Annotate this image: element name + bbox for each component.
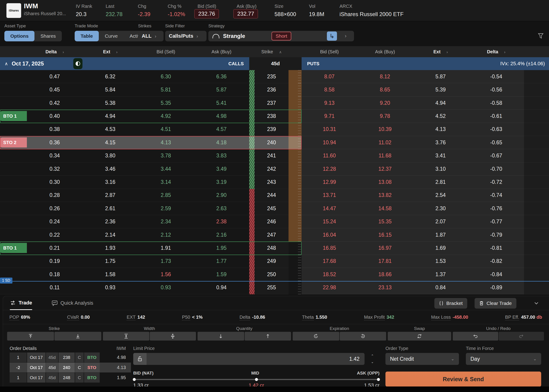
put-ext-cell[interactable]: 0.84 <box>413 281 468 294</box>
strike-cell[interactable]: 236 <box>255 83 289 96</box>
put-bid-cell[interactable]: 16.85 <box>302 241 357 255</box>
put-delta-cell[interactable]: -0.67 <box>468 149 524 162</box>
call-bid-cell[interactable]: 3.14 <box>138 175 194 189</box>
strike-cell[interactable]: 248 <box>255 241 289 255</box>
table-tab[interactable]: Table <box>75 31 99 41</box>
put-bid-cell[interactable]: 12.28 <box>302 162 357 175</box>
short-badge[interactable]: Short <box>271 32 291 41</box>
time-in-force-dropdown[interactable]: Day ⌄ <box>466 353 541 365</box>
call-ext-cell[interactable]: 4.15 <box>83 136 138 149</box>
call-ask-cell[interactable]: 2.90 <box>194 189 249 202</box>
put-delta-cell[interactable]: -0.89 <box>468 281 524 294</box>
call-delta-cell[interactable]: 0.47 <box>27 70 83 83</box>
tab-quick-analysis[interactable]: Quick Analysis <box>52 296 93 310</box>
call-ask-cell[interactable]: 2.63 <box>194 202 249 215</box>
width-narrow-button[interactable] <box>103 332 149 341</box>
width-widen-button[interactable] <box>150 332 196 341</box>
strike-cell[interactable]: 255 <box>255 281 289 294</box>
put-bid-cell[interactable]: 22.98 <box>302 281 357 294</box>
leg-expiration[interactable]: Oct 17 <box>27 373 45 383</box>
position-tag[interactable]: BTO 1 <box>0 243 27 253</box>
put-delta-cell[interactable]: -0.77 <box>468 215 524 228</box>
strike-cell[interactable]: 237 <box>255 97 289 110</box>
put-ext-cell[interactable]: 4.52 <box>413 110 468 123</box>
call-ext-cell[interactable]: 4.94 <box>83 110 138 123</box>
expiration-puts-bar[interactable]: PUTS IVx: 25.4% (±14.06) <box>302 57 549 70</box>
put-ask-cell[interactable]: 16.97 <box>357 241 413 255</box>
position-tag[interactable]: STO 2 <box>0 137 27 147</box>
call-delta-header[interactable]: Delta› <box>27 49 83 55</box>
put-ask-header[interactable]: Ask (Buy) <box>357 49 413 55</box>
strike-header[interactable]: Strike∧ <box>255 49 289 55</box>
put-bid-cell[interactable]: 8.58 <box>302 83 357 96</box>
call-ask-cell[interactable]: 0.94 <box>194 281 249 294</box>
symbol-title[interactable]: IWM <box>24 2 66 10</box>
put-bid-cell[interactable]: 11.60 <box>302 149 357 162</box>
call-ask-header[interactable]: Ask (Buy) <box>194 49 249 55</box>
call-ask-cell[interactable]: 6.36 <box>194 70 249 83</box>
leg-side[interactable]: STO <box>84 363 100 372</box>
leg-strike[interactable]: 240 <box>59 363 75 372</box>
review-send-button[interactable]: Review & Send <box>385 371 541 387</box>
put-ask-cell[interactable]: 18.66 <box>357 268 413 281</box>
half-circle-toggle-icon[interactable] <box>73 58 83 69</box>
call-bid-cell[interactable]: 3.44 <box>138 162 194 175</box>
go-to-strategy-button[interactable]: ↳ <box>327 31 337 41</box>
call-ask-cell[interactable]: 5.87 <box>194 83 249 96</box>
call-bid-cell[interactable]: 3.78 <box>138 149 194 162</box>
put-delta-cell[interactable]: -0.82 <box>468 255 524 268</box>
put-bid-cell[interactable]: 10.31 <box>302 123 357 136</box>
shares-tab[interactable]: Shares <box>35 31 62 41</box>
call-delta-cell[interactable]: 0.32 <box>27 162 83 175</box>
strike-cell[interactable]: 239 <box>255 123 289 136</box>
ask-price-button[interactable]: 232.77 <box>233 9 258 18</box>
put-delta-cell[interactable]: -0.76 <box>468 202 524 215</box>
put-ext-cell[interactable]: 2.07 <box>413 215 468 228</box>
call-delta-cell[interactable]: 0.36 <box>27 136 83 149</box>
swap-button[interactable] <box>388 332 451 341</box>
bid-slider-dot[interactable] <box>133 378 136 381</box>
put-delta-cell[interactable]: -0.61 <box>468 110 524 123</box>
strike-cell[interactable]: 246 <box>255 215 289 228</box>
put-bid-cell[interactable]: 14.47 <box>302 202 357 215</box>
put-delta-cell[interactable]: -0.63 <box>468 123 524 136</box>
strike-down-button[interactable] <box>55 332 101 341</box>
leg-side[interactable]: BTO <box>84 352 100 362</box>
leg-quantity[interactable]: -2 <box>10 363 27 372</box>
put-ext-cell[interactable]: 3.10 <box>413 162 468 175</box>
call-ask-cell[interactable]: 4.18 <box>194 136 249 149</box>
call-delta-cell[interactable]: 0.38 <box>27 123 83 136</box>
call-ext-cell[interactable]: 2.14 <box>83 228 138 241</box>
put-ext-cell[interactable]: 1.87 <box>413 228 468 241</box>
call-delta-cell[interactable]: 0.11 <box>27 281 83 294</box>
call-ask-cell[interactable]: 2.16 <box>194 228 249 241</box>
chevron-right-icon[interactable]: › <box>345 33 346 39</box>
expiration-date[interactable]: Oct 17, 2025 <box>12 60 44 67</box>
call-ask-cell[interactable]: 1.59 <box>194 268 249 281</box>
step-down-button[interactable]: ⌄ <box>367 359 377 365</box>
bracket-button[interactable]: Bracket <box>434 298 467 308</box>
strike-up-button[interactable] <box>7 332 54 341</box>
call-bid-cell[interactable]: 4.13 <box>138 136 194 149</box>
bp-eff-label[interactable]: BP Eff. <box>505 315 519 320</box>
expiration-calls-bar[interactable]: ∧ Oct 17, 2025 CALLS <box>0 57 249 70</box>
put-ask-cell[interactable]: 13.08 <box>357 175 413 189</box>
call-ext-cell[interactable]: 5.84 <box>83 83 138 96</box>
put-ext-cell[interactable]: 1.69 <box>413 241 468 255</box>
call-ask-cell[interactable]: 2.38 <box>194 215 249 228</box>
put-ask-cell[interactable]: 23.13 <box>357 281 413 294</box>
call-bid-cell[interactable]: 6.30 <box>138 70 194 83</box>
put-bid-cell[interactable]: 15.24 <box>302 215 357 228</box>
leg-expiration[interactable]: Oct 17 <box>27 363 45 372</box>
call-ext-cell[interactable]: 6.32 <box>83 70 138 83</box>
leg-strike[interactable]: 248 <box>59 373 75 383</box>
call-ext-cell[interactable]: 0.93 <box>83 281 138 294</box>
strike-cell[interactable]: 243 <box>255 175 289 189</box>
call-bid-cell[interactable]: 5.81 <box>138 83 194 96</box>
call-bid-header[interactable]: Bid (Sell) <box>138 49 194 55</box>
put-ask-cell[interactable]: 9.78 <box>357 110 413 123</box>
curve-tab[interactable]: Curve <box>99 31 124 41</box>
strike-cell[interactable]: 249 <box>255 255 289 268</box>
put-ext-cell[interactable]: 1.53 <box>413 255 468 268</box>
theta-label[interactable]: Theta <box>302 315 314 320</box>
